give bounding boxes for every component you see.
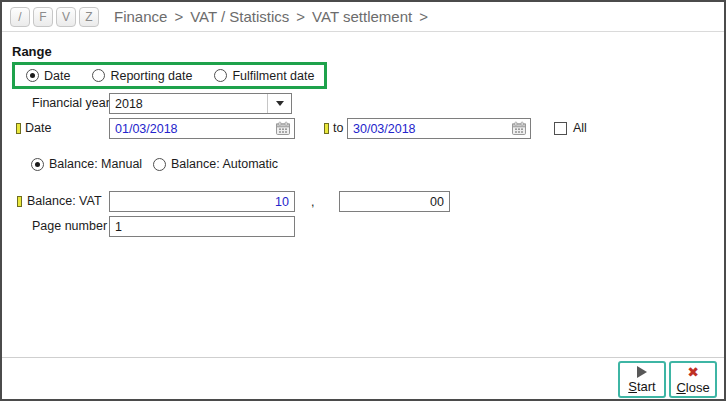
radio-reporting-date-label: Reporting date — [110, 69, 192, 83]
balance-vat-label: Balance: VAT — [27, 191, 102, 212]
chevron-down-icon[interactable] — [267, 94, 291, 113]
close-button-label: Close — [676, 381, 709, 394]
calendar-icon[interactable] — [508, 119, 530, 138]
breadcrumb: Finance > VAT / Statistics > VAT settlem… — [114, 8, 428, 25]
radio-reporting-date-control[interactable] — [92, 69, 105, 82]
radio-date-control[interactable] — [26, 69, 39, 82]
balance-vat-decimal-input[interactable] — [340, 192, 449, 211]
financial-year-value: 2018 — [110, 94, 267, 113]
date-from-field — [109, 118, 295, 139]
required-marker-icon — [324, 123, 329, 134]
breadcrumb-item-vat-statistics[interactable]: VAT / Statistics — [190, 8, 289, 25]
shortcut-key-z[interactable]: Z — [79, 7, 99, 27]
radio-option-balance-manual[interactable]: Balance: Manual — [31, 157, 142, 171]
radio-fulfilment-date-control[interactable] — [214, 69, 227, 82]
toolbar: / F V Z Finance > VAT / Statistics > VAT… — [2, 2, 724, 32]
page-number-input[interactable] — [110, 217, 294, 236]
close-icon: ✖ — [687, 366, 699, 379]
range-type-radio-group: Date Reporting date Fulfilment date — [12, 62, 327, 89]
breadcrumb-separator: > — [174, 8, 183, 25]
date-to-field — [347, 118, 531, 139]
shortcut-key-v[interactable]: V — [56, 7, 76, 27]
radio-balance-manual-control[interactable] — [31, 158, 44, 171]
radio-option-date[interactable]: Date — [26, 69, 70, 83]
start-button-label: Start — [628, 380, 655, 393]
all-checkbox[interactable] — [554, 122, 567, 135]
required-marker-icon — [17, 196, 22, 207]
breadcrumb-item-vat-settlement[interactable]: VAT settlement — [312, 8, 412, 25]
start-button[interactable]: Start — [618, 361, 666, 398]
breadcrumb-item-finance[interactable]: Finance — [114, 8, 167, 25]
play-icon — [637, 366, 647, 378]
breadcrumb-separator: > — [419, 8, 428, 25]
page-number-label: Page number — [32, 216, 107, 237]
radio-fulfilment-date-label: Fulfilment date — [232, 69, 314, 83]
all-checkbox-label[interactable]: All — [573, 118, 587, 139]
financial-year-select[interactable]: 2018 — [109, 93, 292, 114]
radio-balance-automatic-control[interactable] — [153, 158, 166, 171]
date-from-label: Date — [25, 118, 51, 139]
radio-balance-automatic-label: Balance: Automatic — [171, 157, 278, 171]
footer-separator — [2, 357, 724, 358]
radio-option-balance-automatic[interactable]: Balance: Automatic — [153, 157, 278, 171]
radio-option-fulfilment-date[interactable]: Fulfilment date — [214, 69, 314, 83]
vat-settlement-window: / F V Z Finance > VAT / Statistics > VAT… — [0, 0, 726, 401]
date-to-input[interactable] — [348, 119, 508, 138]
balance-vat-decimal-field — [339, 191, 450, 212]
radio-balance-manual-label: Balance: Manual — [49, 157, 142, 171]
breadcrumb-separator: > — [296, 8, 305, 25]
range-section-title: Range — [12, 44, 52, 59]
balance-vat-integer-field — [109, 191, 295, 212]
close-button[interactable]: ✖ Close — [669, 361, 717, 398]
date-to-label: to — [333, 118, 343, 139]
balance-vat-integer-input[interactable] — [110, 192, 294, 211]
shortcut-key-f[interactable]: F — [33, 7, 53, 27]
radio-option-reporting-date[interactable]: Reporting date — [92, 69, 192, 83]
radio-date-label: Date — [44, 69, 70, 83]
shortcut-key-slash[interactable]: / — [10, 7, 30, 27]
date-from-input[interactable] — [110, 119, 272, 138]
calendar-icon[interactable] — [272, 119, 294, 138]
financial-year-label: Financial year — [32, 93, 110, 114]
required-marker-icon — [16, 123, 21, 134]
decimal-separator: , — [311, 195, 314, 209]
page-number-field — [109, 216, 295, 237]
